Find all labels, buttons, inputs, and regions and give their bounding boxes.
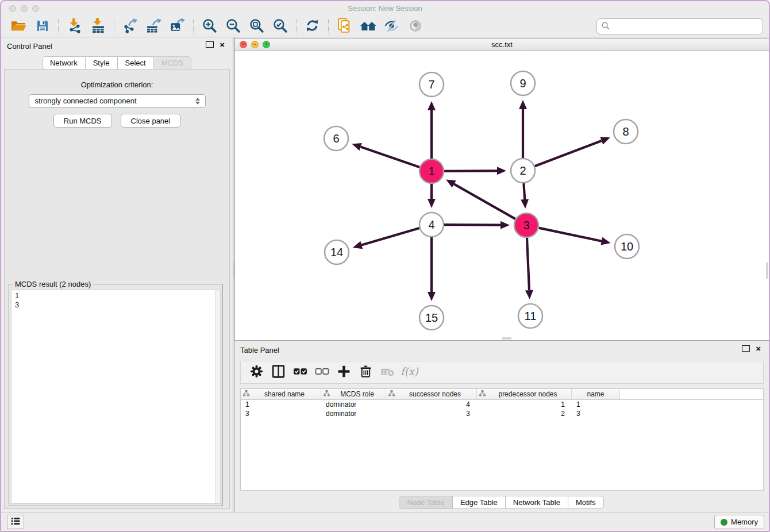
home-button[interactable] [356,17,380,36]
result-scrollbar[interactable] [215,290,220,503]
cell-predecessor-nodes[interactable]: 2 [477,410,572,418]
network-graph[interactable]: 7968124314101511 [235,51,769,341]
cell-successor-nodes[interactable]: 3 [386,410,477,418]
tab-motifs[interactable]: Motifs [568,496,604,509]
control-panel-tabs: NetworkStyleSelectMCDS [1,56,233,70]
mcds-result-area[interactable]: 1 3 [11,290,221,504]
edge-2-3[interactable] [523,183,525,199]
column-header-shared-name[interactable]: shared name [241,389,321,399]
table-header-row: shared nameMCDS rolesuccessor nodesprede… [241,389,763,400]
edge-arrow-4-14 [353,241,363,249]
control-panel-float-icon[interactable] [206,41,214,48]
cell-name[interactable]: 3 [572,410,620,418]
refresh-view-button[interactable] [301,17,324,36]
cell-predecessor-nodes[interactable]: 1 [477,400,572,408]
zoom-in-button[interactable] [198,17,221,36]
edge-1-6[interactable] [361,147,420,167]
tab-node-table[interactable]: Node Table [399,496,453,509]
edge-4-3[interactable] [444,225,500,225]
edge-arrow-4-3 [500,221,510,229]
table-toolbar: f(x) [240,361,764,384]
search-box[interactable] [596,18,763,34]
column-header-successor-nodes[interactable]: successor nodes [386,389,477,399]
zoom-fit-button[interactable] [245,17,268,36]
edge-3-1[interactable] [454,184,515,219]
import-table-button[interactable] [86,17,110,36]
network-scrollbar[interactable] [766,263,768,279]
column-header-filler [620,389,763,399]
table-panel-close-icon[interactable]: × [756,345,761,352]
hide-details-button[interactable] [380,17,403,36]
column-header-name[interactable]: name [572,389,620,399]
cell-MCDS-role[interactable]: dominator [321,400,386,408]
open-session-icon [11,19,26,34]
node-label-7: 7 [428,78,434,91]
mcds-result-box: MCDS result (2 nodes) 1 3 [9,284,223,506]
memory-button[interactable]: Memory [714,515,764,529]
cell-MCDS-role[interactable]: dominator [321,410,386,418]
network-window-titlebar[interactable]: × − + scc.txt [235,38,769,51]
run-mcds-button[interactable]: Run MCDS [53,114,112,128]
select-all-columns-button[interactable] [289,363,311,381]
clone-network-button[interactable] [333,17,356,36]
network-canvas[interactable]: 7968124314101511 [235,51,769,340]
control-panel-close-icon[interactable]: × [220,41,225,48]
tab-network-table[interactable]: Network Table [505,496,568,509]
optimization-criterion-select[interactable]: strongly connected component [29,94,206,108]
export-table-button[interactable] [142,17,165,36]
unselect-all-columns-button[interactable] [311,363,333,381]
table-row[interactable]: 1dominator411 [241,400,763,409]
delete-columns-button[interactable] [355,363,376,381]
application-window: Session: New Session Control Panel × Net… [0,0,770,532]
table-panel-float-icon[interactable] [742,345,750,352]
network-resize-handle[interactable] [502,337,511,340]
cell-name[interactable]: 1 [572,400,620,408]
close-panel-button[interactable]: Close panel [121,114,181,128]
tab-style[interactable]: Style [85,56,118,70]
import-network-button[interactable] [63,17,86,36]
save-session-button[interactable] [30,17,54,36]
table-panel: Table Panel × f(x) shared nameMCDS roles… [234,341,769,512]
search-input[interactable] [610,20,763,33]
add-column-button[interactable] [333,363,355,381]
edge-3-11[interactable] [527,238,529,290]
edge-arrow-1-4 [428,199,436,208]
zoom-selected-icon [272,18,288,35]
tab-mcds[interactable]: MCDS [153,56,191,70]
table-rows: 1dominator4113dominator323 [241,400,763,418]
tab-network[interactable]: Network [42,56,86,70]
node-label-6: 6 [333,132,339,145]
optimization-criterion-value: strongly connected component [35,97,137,105]
edge-4-14[interactable] [361,228,419,245]
mcds-result-text: 1 3 [11,290,220,311]
task-history-button[interactable] [7,515,24,529]
edge-2-8[interactable] [535,141,602,166]
import-network-icon [67,18,82,35]
cell-shared-name[interactable]: 3 [241,410,321,418]
open-session-button[interactable] [7,17,30,36]
table-settings-button[interactable] [245,363,267,381]
clone-network-icon [337,18,352,35]
cell-shared-name[interactable]: 1 [241,400,321,408]
cell-successor-nodes[interactable]: 4 [386,400,477,408]
edge-arrow-2-3 [521,199,529,209]
zoom-selected-button[interactable] [268,17,292,36]
node-label-10: 10 [621,240,633,253]
column-header-MCDS-role[interactable]: MCDS role [321,389,386,399]
edge-1-2[interactable] [444,171,497,171]
hide-details-icon [384,19,399,34]
export-network-button[interactable] [118,17,142,36]
node-label-14: 14 [330,246,343,259]
control-panel: Control Panel × NetworkStyleSelectMCDS O… [1,37,233,512]
zoom-out-button[interactable] [221,17,245,36]
import-table-icon [90,18,106,35]
function-builder-icon: f(x) [399,364,419,381]
column-header-predecessor-nodes[interactable]: predecessor nodes [477,389,572,399]
show-details-button[interactable] [403,17,427,36]
table-row[interactable]: 3dominator323 [241,409,763,418]
tab-edge-table[interactable]: Edge Table [452,496,506,509]
edge-3-10[interactable] [539,228,602,241]
show-columns-button[interactable] [267,363,289,381]
export-image-button[interactable] [165,17,189,36]
tab-select[interactable]: Select [117,56,154,70]
